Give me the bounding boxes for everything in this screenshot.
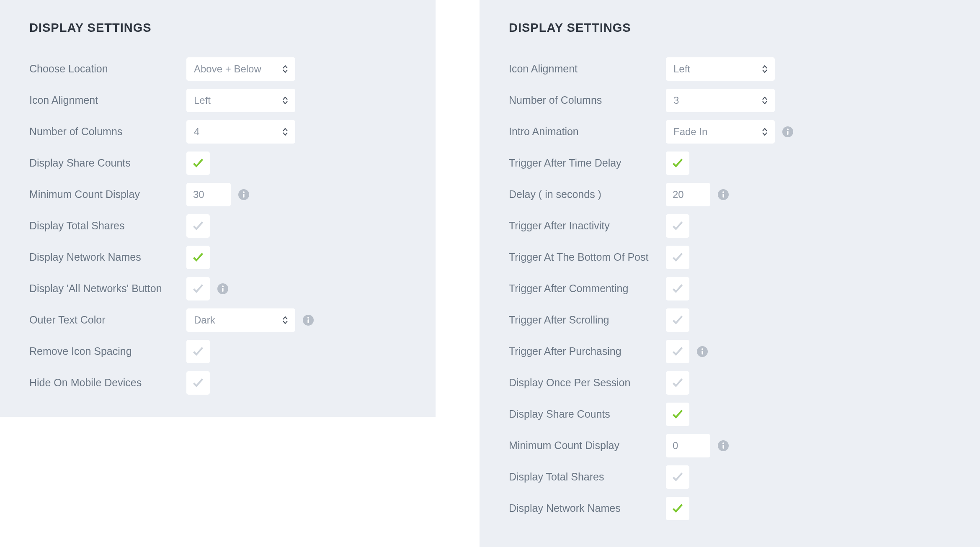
info-icon[interactable] [238, 189, 249, 200]
number-input[interactable] [666, 183, 710, 206]
setting-label: Hide On Mobile Devices [29, 377, 186, 389]
setting-row: Minimum Count Display [509, 430, 955, 461]
select-dropdown[interactable]: Left [186, 89, 295, 112]
control-area [186, 371, 210, 395]
control-area: Left [666, 57, 775, 81]
left-settings-panel: DISPLAY SETTINGS Choose LocationAbove + … [0, 0, 436, 417]
select-value: 4 [194, 126, 283, 138]
svg-point-17 [701, 348, 703, 350]
svg-point-2 [243, 191, 245, 193]
checkbox-toggle[interactable] [666, 497, 689, 520]
control-area [186, 277, 228, 300]
setting-label: Display Total Shares [29, 220, 186, 232]
control-area: Fade In [666, 120, 793, 144]
svg-point-11 [787, 128, 789, 130]
setting-row: Icon AlignmentLeft [29, 85, 410, 116]
setting-row: Number of Columns3 [509, 85, 955, 116]
control-area [666, 183, 729, 206]
control-area [666, 497, 689, 520]
control-area [666, 214, 689, 238]
chevron-updown-icon [762, 128, 767, 136]
setting-row: Icon AlignmentLeft [509, 53, 955, 85]
svg-rect-7 [307, 319, 309, 323]
chevron-updown-icon [283, 65, 288, 73]
info-icon[interactable] [718, 440, 729, 451]
svg-point-20 [722, 442, 724, 444]
checkbox-toggle[interactable] [186, 277, 210, 300]
setting-row: Trigger After Inactivity [509, 210, 955, 241]
setting-label: Minimum Count Display [509, 439, 666, 452]
info-icon[interactable] [303, 315, 314, 326]
checkbox-toggle[interactable] [666, 152, 689, 175]
setting-row: Trigger After Commenting [509, 273, 955, 304]
checkbox-toggle[interactable] [186, 152, 210, 175]
chevron-updown-icon [283, 128, 288, 136]
select-dropdown[interactable]: Fade In [666, 120, 775, 144]
checkbox-toggle[interactable] [666, 308, 689, 332]
select-dropdown[interactable]: Above + Below [186, 57, 295, 81]
checkbox-toggle[interactable] [186, 340, 210, 363]
control-area [186, 246, 210, 269]
checkbox-toggle[interactable] [666, 214, 689, 238]
checkbox-toggle[interactable] [666, 246, 689, 269]
checkbox-toggle[interactable] [186, 214, 210, 238]
setting-label: Delay ( in seconds ) [509, 188, 666, 200]
number-input[interactable] [666, 434, 710, 457]
control-area [666, 371, 689, 395]
checkbox-toggle[interactable] [666, 277, 689, 300]
chevron-updown-icon [762, 97, 767, 104]
svg-rect-13 [722, 194, 724, 198]
select-dropdown[interactable]: Left [666, 57, 775, 81]
setting-row: Display Once Per Session [509, 367, 955, 398]
svg-rect-10 [787, 131, 788, 135]
setting-row: Trigger After Scrolling [509, 304, 955, 336]
info-icon[interactable] [718, 189, 729, 200]
setting-label: Trigger After Purchasing [509, 345, 666, 357]
info-icon[interactable] [782, 126, 793, 137]
control-area: 3 [666, 89, 775, 112]
checkbox-toggle[interactable] [666, 465, 689, 489]
setting-row: Display 'All Networks' Button [29, 273, 410, 304]
setting-row: Trigger After Purchasing [509, 336, 955, 367]
checkbox-toggle[interactable] [186, 246, 210, 269]
section-title: DISPLAY SETTINGS [509, 21, 955, 35]
number-input[interactable] [186, 183, 231, 206]
checkbox-toggle[interactable] [666, 340, 689, 363]
left-rows: Choose LocationAbove + BelowIcon Alignme… [29, 53, 410, 398]
setting-row: Intro AnimationFade In [509, 116, 955, 147]
select-dropdown[interactable]: 4 [186, 120, 295, 144]
select-value: Left [194, 95, 283, 106]
checkbox-toggle[interactable] [666, 403, 689, 426]
section-title: DISPLAY SETTINGS [29, 21, 410, 35]
select-value: 3 [673, 95, 762, 106]
setting-row: Display Total Shares [509, 461, 955, 493]
svg-rect-4 [222, 288, 223, 292]
select-dropdown[interactable]: Dark [186, 308, 295, 332]
svg-rect-19 [722, 445, 724, 449]
select-dropdown[interactable]: 3 [666, 89, 775, 112]
setting-label: Display Network Names [29, 251, 186, 263]
svg-point-8 [307, 317, 309, 318]
checkbox-toggle[interactable] [186, 371, 210, 395]
setting-label: Choose Location [29, 63, 186, 75]
info-icon[interactable] [217, 283, 228, 294]
control-area [186, 340, 210, 363]
control-area: Left [186, 89, 295, 112]
setting-row: Trigger After Time Delay [509, 147, 955, 179]
control-area [666, 246, 689, 269]
setting-label: Trigger After Time Delay [509, 157, 666, 169]
setting-label: Trigger After Scrolling [509, 314, 666, 326]
setting-label: Display Network Names [509, 502, 666, 514]
info-icon[interactable] [697, 346, 708, 357]
setting-label: Display Share Counts [509, 408, 666, 420]
setting-label: Trigger After Commenting [509, 282, 666, 295]
control-area [666, 434, 729, 457]
control-area [666, 403, 689, 426]
control-area: Dark [186, 308, 314, 332]
setting-row: Display Network Names [509, 493, 955, 524]
select-value: Above + Below [194, 63, 283, 75]
setting-label: Minimum Count Display [29, 188, 186, 200]
checkbox-toggle[interactable] [666, 371, 689, 395]
setting-row: Hide On Mobile Devices [29, 367, 410, 398]
setting-row: Choose LocationAbove + Below [29, 53, 410, 85]
